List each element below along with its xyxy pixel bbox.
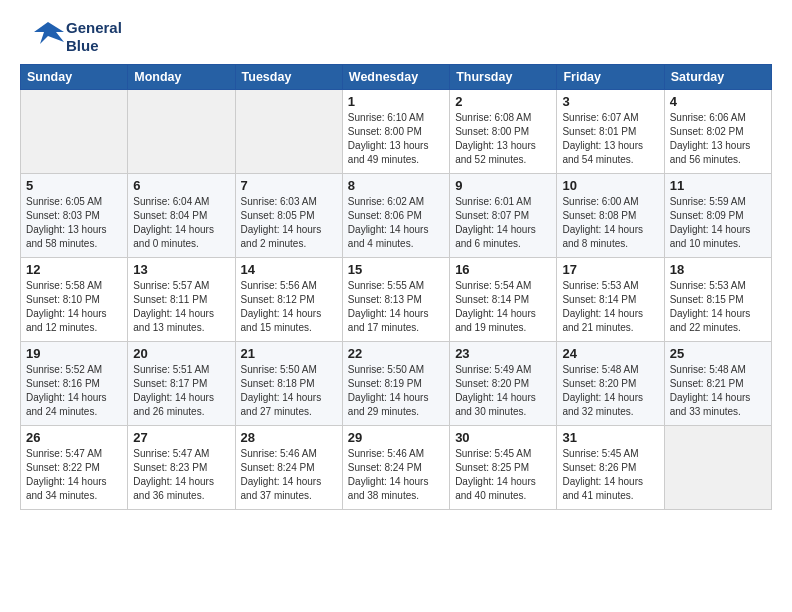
week-row-4: 19Sunrise: 5:52 AMSunset: 8:16 PMDayligh…	[21, 342, 772, 426]
calendar-cell-w3-d1: 12Sunrise: 5:58 AMSunset: 8:10 PMDayligh…	[21, 258, 128, 342]
calendar-cell-w4-d4: 22Sunrise: 5:50 AMSunset: 8:19 PMDayligh…	[342, 342, 449, 426]
calendar-cell-w4-d2: 20Sunrise: 5:51 AMSunset: 8:17 PMDayligh…	[128, 342, 235, 426]
logo: GeneralBlue	[20, 18, 122, 56]
day-info-11: Sunrise: 5:59 AMSunset: 8:09 PMDaylight:…	[670, 195, 766, 251]
calendar-cell-w3-d4: 15Sunrise: 5:55 AMSunset: 8:13 PMDayligh…	[342, 258, 449, 342]
day-number-13: 13	[133, 262, 229, 277]
day-info-6: Sunrise: 6:04 AMSunset: 8:04 PMDaylight:…	[133, 195, 229, 251]
calendar-cell-w2-d1: 5Sunrise: 6:05 AMSunset: 8:03 PMDaylight…	[21, 174, 128, 258]
day-info-3: Sunrise: 6:07 AMSunset: 8:01 PMDaylight:…	[562, 111, 658, 167]
logo-svg-icon	[20, 18, 64, 56]
day-info-28: Sunrise: 5:46 AMSunset: 8:24 PMDaylight:…	[241, 447, 337, 503]
day-info-29: Sunrise: 5:46 AMSunset: 8:24 PMDaylight:…	[348, 447, 444, 503]
day-info-2: Sunrise: 6:08 AMSunset: 8:00 PMDaylight:…	[455, 111, 551, 167]
weekday-header-row: SundayMondayTuesdayWednesdayThursdayFrid…	[21, 65, 772, 90]
weekday-header-thursday: Thursday	[450, 65, 557, 90]
header: GeneralBlue	[20, 18, 772, 56]
day-number-15: 15	[348, 262, 444, 277]
day-info-21: Sunrise: 5:50 AMSunset: 8:18 PMDaylight:…	[241, 363, 337, 419]
day-info-14: Sunrise: 5:56 AMSunset: 8:12 PMDaylight:…	[241, 279, 337, 335]
day-number-19: 19	[26, 346, 122, 361]
day-info-24: Sunrise: 5:48 AMSunset: 8:20 PMDaylight:…	[562, 363, 658, 419]
day-info-30: Sunrise: 5:45 AMSunset: 8:25 PMDaylight:…	[455, 447, 551, 503]
weekday-header-sunday: Sunday	[21, 65, 128, 90]
day-number-4: 4	[670, 94, 766, 109]
weekday-header-friday: Friday	[557, 65, 664, 90]
calendar-cell-w1-d5: 2Sunrise: 6:08 AMSunset: 8:00 PMDaylight…	[450, 90, 557, 174]
weekday-header-monday: Monday	[128, 65, 235, 90]
calendar-cell-w2-d7: 11Sunrise: 5:59 AMSunset: 8:09 PMDayligh…	[664, 174, 771, 258]
day-info-9: Sunrise: 6:01 AMSunset: 8:07 PMDaylight:…	[455, 195, 551, 251]
calendar-cell-w1-d3	[235, 90, 342, 174]
calendar-cell-w1-d6: 3Sunrise: 6:07 AMSunset: 8:01 PMDaylight…	[557, 90, 664, 174]
day-number-23: 23	[455, 346, 551, 361]
calendar-cell-w2-d4: 8Sunrise: 6:02 AMSunset: 8:06 PMDaylight…	[342, 174, 449, 258]
day-info-20: Sunrise: 5:51 AMSunset: 8:17 PMDaylight:…	[133, 363, 229, 419]
calendar-cell-w4-d6: 24Sunrise: 5:48 AMSunset: 8:20 PMDayligh…	[557, 342, 664, 426]
page: GeneralBlue SundayMondayTuesdayWednesday…	[0, 0, 792, 612]
day-number-11: 11	[670, 178, 766, 193]
week-row-3: 12Sunrise: 5:58 AMSunset: 8:10 PMDayligh…	[21, 258, 772, 342]
day-info-25: Sunrise: 5:48 AMSunset: 8:21 PMDaylight:…	[670, 363, 766, 419]
day-number-6: 6	[133, 178, 229, 193]
calendar-cell-w5-d3: 28Sunrise: 5:46 AMSunset: 8:24 PMDayligh…	[235, 426, 342, 510]
calendar-cell-w5-d7	[664, 426, 771, 510]
calendar-cell-w5-d1: 26Sunrise: 5:47 AMSunset: 8:22 PMDayligh…	[21, 426, 128, 510]
day-number-22: 22	[348, 346, 444, 361]
calendar-cell-w4-d3: 21Sunrise: 5:50 AMSunset: 8:18 PMDayligh…	[235, 342, 342, 426]
day-number-8: 8	[348, 178, 444, 193]
day-info-19: Sunrise: 5:52 AMSunset: 8:16 PMDaylight:…	[26, 363, 122, 419]
day-number-26: 26	[26, 430, 122, 445]
calendar-cell-w5-d5: 30Sunrise: 5:45 AMSunset: 8:25 PMDayligh…	[450, 426, 557, 510]
day-info-31: Sunrise: 5:45 AMSunset: 8:26 PMDaylight:…	[562, 447, 658, 503]
day-number-9: 9	[455, 178, 551, 193]
day-number-2: 2	[455, 94, 551, 109]
day-number-25: 25	[670, 346, 766, 361]
calendar-cell-w2-d5: 9Sunrise: 6:01 AMSunset: 8:07 PMDaylight…	[450, 174, 557, 258]
calendar-cell-w2-d6: 10Sunrise: 6:00 AMSunset: 8:08 PMDayligh…	[557, 174, 664, 258]
day-number-20: 20	[133, 346, 229, 361]
day-number-16: 16	[455, 262, 551, 277]
day-info-12: Sunrise: 5:58 AMSunset: 8:10 PMDaylight:…	[26, 279, 122, 335]
day-info-23: Sunrise: 5:49 AMSunset: 8:20 PMDaylight:…	[455, 363, 551, 419]
day-info-5: Sunrise: 6:05 AMSunset: 8:03 PMDaylight:…	[26, 195, 122, 251]
calendar-cell-w4-d7: 25Sunrise: 5:48 AMSunset: 8:21 PMDayligh…	[664, 342, 771, 426]
day-info-1: Sunrise: 6:10 AMSunset: 8:00 PMDaylight:…	[348, 111, 444, 167]
day-info-10: Sunrise: 6:00 AMSunset: 8:08 PMDaylight:…	[562, 195, 658, 251]
day-number-5: 5	[26, 178, 122, 193]
calendar-cell-w5-d2: 27Sunrise: 5:47 AMSunset: 8:23 PMDayligh…	[128, 426, 235, 510]
calendar-cell-w3-d7: 18Sunrise: 5:53 AMSunset: 8:15 PMDayligh…	[664, 258, 771, 342]
logo-line1: General	[66, 19, 122, 37]
day-number-14: 14	[241, 262, 337, 277]
calendar-cell-w3-d2: 13Sunrise: 5:57 AMSunset: 8:11 PMDayligh…	[128, 258, 235, 342]
calendar-cell-w2-d2: 6Sunrise: 6:04 AMSunset: 8:04 PMDaylight…	[128, 174, 235, 258]
calendar-cell-w3-d6: 17Sunrise: 5:53 AMSunset: 8:14 PMDayligh…	[557, 258, 664, 342]
day-info-26: Sunrise: 5:47 AMSunset: 8:22 PMDaylight:…	[26, 447, 122, 503]
day-number-7: 7	[241, 178, 337, 193]
day-number-30: 30	[455, 430, 551, 445]
calendar-cell-w1-d7: 4Sunrise: 6:06 AMSunset: 8:02 PMDaylight…	[664, 90, 771, 174]
day-info-15: Sunrise: 5:55 AMSunset: 8:13 PMDaylight:…	[348, 279, 444, 335]
weekday-header-saturday: Saturday	[664, 65, 771, 90]
calendar-table: SundayMondayTuesdayWednesdayThursdayFrid…	[20, 64, 772, 510]
day-info-18: Sunrise: 5:53 AMSunset: 8:15 PMDaylight:…	[670, 279, 766, 335]
day-number-24: 24	[562, 346, 658, 361]
day-info-16: Sunrise: 5:54 AMSunset: 8:14 PMDaylight:…	[455, 279, 551, 335]
week-row-2: 5Sunrise: 6:05 AMSunset: 8:03 PMDaylight…	[21, 174, 772, 258]
day-number-3: 3	[562, 94, 658, 109]
week-row-5: 26Sunrise: 5:47 AMSunset: 8:22 PMDayligh…	[21, 426, 772, 510]
calendar-cell-w1-d4: 1Sunrise: 6:10 AMSunset: 8:00 PMDaylight…	[342, 90, 449, 174]
calendar-cell-w1-d2	[128, 90, 235, 174]
day-info-17: Sunrise: 5:53 AMSunset: 8:14 PMDaylight:…	[562, 279, 658, 335]
day-number-18: 18	[670, 262, 766, 277]
calendar-cell-w4-d5: 23Sunrise: 5:49 AMSunset: 8:20 PMDayligh…	[450, 342, 557, 426]
calendar-cell-w2-d3: 7Sunrise: 6:03 AMSunset: 8:05 PMDaylight…	[235, 174, 342, 258]
week-row-1: 1Sunrise: 6:10 AMSunset: 8:00 PMDaylight…	[21, 90, 772, 174]
day-number-27: 27	[133, 430, 229, 445]
calendar-cell-w3-d5: 16Sunrise: 5:54 AMSunset: 8:14 PMDayligh…	[450, 258, 557, 342]
calendar-cell-w1-d1	[21, 90, 128, 174]
day-number-12: 12	[26, 262, 122, 277]
day-number-31: 31	[562, 430, 658, 445]
weekday-header-wednesday: Wednesday	[342, 65, 449, 90]
day-number-29: 29	[348, 430, 444, 445]
